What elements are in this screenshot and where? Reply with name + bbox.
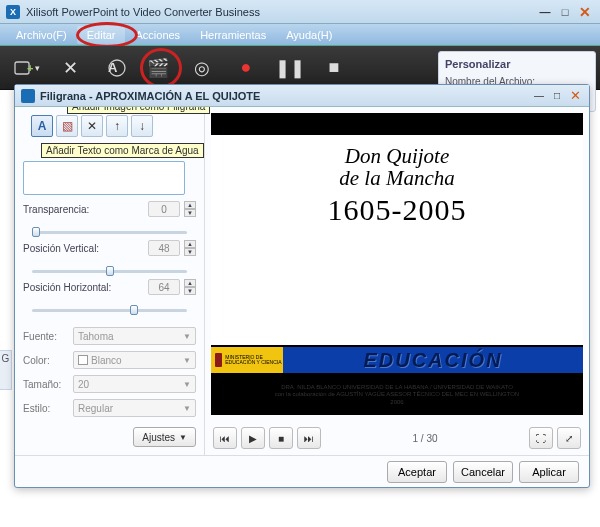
chevron-down-icon: ▼ [183, 380, 191, 389]
dialog-title: Filigrana - APROXIMACIÓN A EL QUIJOTE [40, 90, 529, 102]
dialog-icon [21, 89, 35, 103]
move-down-button[interactable]: ↓ [131, 115, 153, 137]
fullscreen-button[interactable]: ⤢ [557, 427, 581, 449]
dialog-maximize-button[interactable]: □ [549, 90, 565, 102]
pos-h-label: Posición Horizontal: [23, 282, 144, 293]
chevron-down-icon: ▼ [179, 433, 187, 442]
color-label: Color: [23, 355, 67, 366]
pos-v-value: 48 [148, 240, 180, 256]
stop-button[interactable]: ■ [318, 52, 350, 84]
app-title: Xilisoft PowerPoint to Video Converter B… [26, 6, 534, 18]
pos-v-label: Posición Vertical: [23, 243, 144, 254]
menu-editar[interactable]: Editar [77, 26, 126, 44]
credit-year: 2006 [211, 399, 583, 407]
pos-v-spin[interactable]: ▲▼ [184, 240, 196, 256]
page-indicator: 1 / 30 [325, 433, 525, 444]
accept-button[interactable]: Aceptar [387, 461, 447, 483]
slide-preview-panel: Don Quijote de la Mancha 1605-2005 MINIS… [205, 107, 589, 455]
dialog-titlebar: Filigrana - APROXIMACIÓN A EL QUIJOTE — … [15, 85, 589, 107]
slide-title-2: de la Mancha [339, 167, 454, 189]
slide-content: Don Quijote de la Mancha 1605-2005 [211, 135, 583, 345]
personalize-title: Personalizar [445, 58, 589, 70]
color-chip [78, 355, 88, 365]
add-image-watermark-button[interactable]: ▧ [56, 115, 78, 137]
chevron-down-icon: ▼ [183, 404, 191, 413]
settings-button[interactable]: Ajustes▼ [133, 427, 196, 447]
dialog-footer: Aceptar Cancelar Aplicar [15, 455, 589, 487]
svg-text:+: + [27, 62, 33, 74]
watermark-preview [23, 161, 185, 195]
pos-h-slider[interactable] [23, 303, 196, 312]
slide-area: Don Quijote de la Mancha 1605-2005 MINIS… [211, 113, 583, 415]
stop-slide-button[interactable]: ■ [269, 427, 293, 449]
watermark-button[interactable]: A [98, 52, 130, 84]
edu-banner: MINISTERIO DE EDUCACIÓN Y CIENCIA EDUCAC… [211, 347, 583, 373]
delete-watermark-button[interactable]: ✕ [81, 115, 103, 137]
add-text-watermark-button[interactable]: A [31, 115, 53, 137]
cancel-button[interactable]: Cancelar [453, 461, 513, 483]
pos-h-spin[interactable]: ▲▼ [184, 279, 196, 295]
menu-acciones[interactable]: Acciones [125, 26, 190, 44]
size-label: Tamaño: [23, 379, 67, 390]
record-button[interactable]: ● [230, 52, 262, 84]
transparency-spin[interactable]: ▲▼ [184, 201, 196, 217]
menubar: Archivo(F) Editar Acciones Herramientas … [0, 24, 600, 46]
ministry-block: MINISTERIO DE EDUCACIÓN Y CIENCIA [211, 347, 283, 373]
zoom-button[interactable]: ⛶ [529, 427, 553, 449]
last-slide-button[interactable]: ⏭ [297, 427, 321, 449]
tooltip-text-watermark: Añadir Texto como Marca de Agua [41, 143, 204, 158]
size-value: 20 [78, 379, 89, 390]
ministry-text: MINISTERIO DE EDUCACIÓN Y CIENCIA [225, 355, 283, 365]
color-combo[interactable]: Blanco▼ [73, 351, 196, 369]
pos-v-slider[interactable] [23, 264, 196, 273]
menu-archivo[interactable]: Archivo(F) [6, 26, 77, 44]
player-controls: ⏮ ▶ ■ ⏭ 1 / 30 ⛶ ⤢ [205, 421, 589, 455]
filigrana-dialog: Filigrana - APROXIMACIÓN A EL QUIJOTE — … [14, 84, 590, 488]
first-slide-button[interactable]: ⏮ [213, 427, 237, 449]
color-value: Blanco [91, 355, 122, 366]
maximize-button[interactable]: □ [556, 5, 574, 19]
remove-button[interactable]: ✕ [54, 52, 86, 84]
credit-line-2: con la colaboración de AGUSTÍN YAGÜE ASE… [211, 391, 583, 399]
main-titlebar: X Xilisoft PowerPoint to Video Converter… [0, 0, 600, 24]
pause-button[interactable]: ❚❚ [274, 52, 306, 84]
credit-line-1: DRA. NILDA BLANCO UNIVERSIDAD DE LA HABA… [211, 384, 583, 392]
size-combo[interactable]: 20▼ [73, 375, 196, 393]
clip-button[interactable]: 🎬 [142, 52, 174, 84]
educacion-text: EDUCACIÓN [363, 349, 502, 372]
app-icon: X [6, 5, 20, 19]
style-label: Estilo: [23, 403, 67, 414]
transparency-label: Transparencia: [23, 204, 144, 215]
menu-ayuda[interactable]: Ayuda(H) [276, 26, 342, 44]
dropdown-icon: ▾ [35, 63, 40, 73]
pos-h-value: 64 [148, 279, 180, 295]
svg-text:A: A [108, 60, 118, 75]
play-button[interactable]: ▶ [241, 427, 265, 449]
watermark-settings-panel: Añadir Imagen como Filigrana A ▧ ✕ ↑ ↓ A… [15, 107, 205, 455]
transparency-slider[interactable] [23, 225, 196, 234]
educacion-block: EDUCACIÓN [283, 347, 583, 373]
transparency-value: 0 [148, 201, 180, 217]
crest-icon [215, 353, 222, 367]
move-up-button[interactable]: ↑ [106, 115, 128, 137]
dialog-close-button[interactable]: ✕ [567, 90, 583, 102]
chevron-down-icon: ▼ [183, 356, 191, 365]
tooltip-image-watermark: Añadir Imagen como Filigrana [67, 107, 210, 114]
style-combo[interactable]: Regular▼ [73, 399, 196, 417]
dialog-minimize-button[interactable]: — [531, 90, 547, 102]
font-value: Tahoma [78, 331, 114, 342]
menu-herramientas[interactable]: Herramientas [190, 26, 276, 44]
left-tab[interactable]: G [0, 350, 12, 390]
font-combo[interactable]: Tahoma▼ [73, 327, 196, 345]
slide-credits: DRA. NILDA BLANCO UNIVERSIDAD DE LA HABA… [211, 384, 583, 407]
slide-title-1: Don Quijote [345, 145, 449, 167]
slide-years: 1605-2005 [328, 193, 467, 227]
apply-button[interactable]: Aplicar [519, 461, 579, 483]
add-button[interactable]: + ▾ [10, 52, 42, 84]
minimize-button[interactable]: — [536, 5, 554, 19]
chevron-down-icon: ▼ [183, 332, 191, 341]
close-button[interactable]: ✕ [576, 5, 594, 19]
style-value: Regular [78, 403, 113, 414]
disc-button[interactable]: ◎ [186, 52, 218, 84]
font-label: Fuente: [23, 331, 67, 342]
